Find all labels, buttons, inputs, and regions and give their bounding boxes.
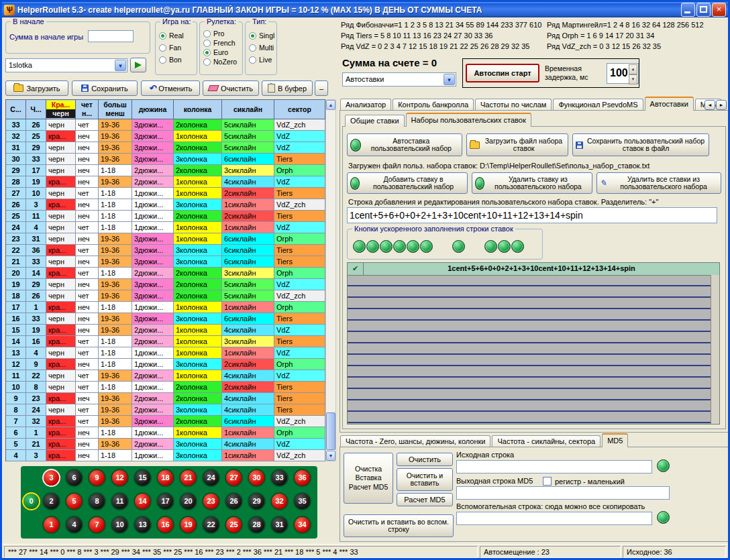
table-row[interactable]: 2236кра...чет19-363дюжи...3колонка6сикла… bbox=[6, 245, 325, 256]
tab-1[interactable]: Анализатор bbox=[340, 99, 391, 111]
column-header[interactable]: сиклайн bbox=[222, 100, 274, 119]
to-buffer-button[interactable]: В буфер bbox=[262, 80, 313, 96]
freq-tab-3[interactable]: MD5 bbox=[602, 433, 628, 447]
column-header[interactable]: С... bbox=[6, 100, 26, 119]
roulette-number-36[interactable]: 36 bbox=[293, 469, 311, 487]
bet-list-row[interactable] bbox=[348, 366, 711, 378]
column-header[interactable]: Кра...черн bbox=[46, 100, 76, 119]
roulette-number-16[interactable]: 16 bbox=[156, 516, 174, 534]
subtab-1[interactable]: Общие ставки bbox=[345, 115, 405, 127]
chevron-down-icon[interactable]: ▼ bbox=[115, 60, 126, 71]
md5-clear-button[interactable]: Очистить bbox=[397, 453, 453, 466]
table-row[interactable]: 1929черннеч19-363дюжи...2колонка5сиклайн… bbox=[6, 279, 325, 290]
coin-button[interactable] bbox=[366, 240, 379, 253]
radio-multi[interactable]: Multi bbox=[249, 44, 276, 52]
bet-string-input[interactable] bbox=[347, 207, 717, 223]
table-row[interactable]: 3129черннеч19-363дюжи...2колонка5сиклайн… bbox=[6, 142, 325, 154]
table-row[interactable]: 2014кра...чет1-182дюжи...2колонка3сиклай… bbox=[6, 268, 325, 279]
minus-button[interactable]: – bbox=[315, 80, 328, 96]
radio-pro[interactable]: Pro bbox=[203, 30, 242, 38]
roulette-number-5[interactable]: 5 bbox=[65, 492, 83, 510]
radio-real[interactable]: Real bbox=[159, 32, 197, 40]
radio-nozero[interactable]: NoZero bbox=[203, 58, 242, 66]
table-row[interactable]: 1416кра...чет1-182дюжи...1колонка3сиклай… bbox=[6, 336, 325, 347]
radio-singl[interactable]: Singl bbox=[249, 32, 276, 40]
table-row[interactable]: 824чернчет19-362дюжи...3колонка4сиклайнT… bbox=[6, 404, 325, 416]
column-header[interactable]: четн... bbox=[76, 100, 99, 119]
table-row[interactable]: 1826чернчет19-363дюжи...2колонка5сиклайн… bbox=[6, 290, 325, 302]
spin-up-icon[interactable]: ▲ bbox=[629, 64, 637, 74]
autobet-user-set-button[interactable]: Автоставка пользовательский набор bbox=[347, 133, 462, 156]
delete-bet-button[interactable]: Удалить ставку из пользовательского набо… bbox=[472, 172, 592, 194]
roulette-number-2[interactable]: 2 bbox=[42, 492, 60, 510]
coin-button[interactable] bbox=[407, 240, 419, 253]
roulette-number-25[interactable]: 25 bbox=[225, 516, 243, 534]
scrollbar-thumb[interactable] bbox=[326, 412, 335, 450]
radio-fan[interactable]: Fan bbox=[159, 44, 197, 52]
table-row[interactable]: 521кра...неч19-362дюжи...3колонка4сиклай… bbox=[6, 439, 325, 450]
roulette-number-7[interactable]: 7 bbox=[88, 516, 106, 534]
md5-clear-paste-calc-button[interactable]: Очистка Вставка Расчет MD5 bbox=[344, 453, 393, 504]
scroll-up-icon[interactable]: ▲ bbox=[326, 100, 335, 110]
column-header[interactable]: дюжина bbox=[132, 100, 174, 119]
autobets-select[interactable]: Автоставки ▼ bbox=[342, 72, 456, 87]
roulette-number-26[interactable]: 26 bbox=[225, 492, 243, 510]
roulette-number-35[interactable]: 35 bbox=[293, 492, 311, 510]
roulette-number-29[interactable]: 29 bbox=[248, 492, 266, 510]
table-row[interactable]: 2133черннеч19-363дюжи...3колонка6сиклайн… bbox=[6, 256, 325, 268]
coin-button[interactable] bbox=[380, 240, 393, 253]
column-header[interactable]: сектор bbox=[274, 100, 325, 119]
radio-bon[interactable]: Bon bbox=[159, 56, 197, 64]
roulette-number-17[interactable]: 17 bbox=[156, 492, 174, 510]
roulette-number-0[interactable]: 0 bbox=[22, 492, 40, 510]
table-scrollbar[interactable]: ▲ ▼ bbox=[325, 99, 336, 461]
table-row[interactable]: 43кра...неч1-181дюжи...3колонка1сиклайнV… bbox=[6, 450, 325, 461]
start-sum-input[interactable] bbox=[88, 30, 134, 42]
table-row[interactable]: 61кра...неч1-181дюжи...1колонка1сиклайнO… bbox=[6, 427, 325, 439]
roulette-number-28[interactable]: 28 bbox=[248, 516, 266, 534]
table-row[interactable]: 1122чернчет19-362дюжи...1колонка4сиклайн… bbox=[6, 370, 325, 382]
roulette-number-4[interactable]: 4 bbox=[65, 516, 83, 534]
tab-scroll-left-button[interactable]: ◄ bbox=[705, 100, 715, 110]
roulette-number-23[interactable]: 23 bbox=[202, 492, 220, 510]
freq-tab-1[interactable]: Частота - Zero, шансы, дюжины, колонки bbox=[340, 435, 490, 447]
roulette-number-8[interactable]: 8 bbox=[88, 492, 106, 510]
play-button[interactable] bbox=[130, 58, 146, 72]
bet-list-scrollbar[interactable] bbox=[711, 275, 719, 424]
lowercase-checkbox[interactable] bbox=[543, 477, 552, 486]
roulette-number-10[interactable]: 10 bbox=[111, 516, 129, 534]
table-row[interactable]: 2331черннеч19-363дюжи...1колонка6сиклайн… bbox=[6, 233, 325, 245]
coin-button[interactable] bbox=[657, 459, 670, 472]
bet-list-row[interactable] bbox=[348, 343, 711, 355]
close-button[interactable]: × bbox=[712, 3, 726, 17]
md5-output-input[interactable] bbox=[456, 486, 670, 500]
table-row[interactable]: 2710чернчет1-181дюжи...1колонка2сиклайнT… bbox=[6, 188, 325, 199]
spin-down-icon[interactable]: ▼ bbox=[629, 74, 637, 85]
freq-tab-2[interactable]: Частота - сиклайны, сектора bbox=[492, 435, 601, 447]
coin-button[interactable] bbox=[511, 240, 524, 253]
bet-list-row[interactable] bbox=[348, 286, 711, 298]
column-header[interactable]: колонка bbox=[174, 100, 222, 119]
table-row[interactable]: 923кра...неч19-362дюжи...2колонка4сиклай… bbox=[6, 393, 325, 404]
maximize-button[interactable] bbox=[696, 3, 711, 17]
roulette-number-9[interactable]: 9 bbox=[88, 469, 106, 487]
bet-list-row[interactable] bbox=[348, 332, 711, 343]
roulette-number-33[interactable]: 33 bbox=[270, 469, 289, 487]
roulette-number-31[interactable]: 31 bbox=[270, 516, 289, 534]
title-bar[interactable]: Ѱ HelperRoullet 5.3- create helperroulle… bbox=[2, 2, 728, 17]
delete-all-bets-button[interactable]: ✎Удалить все ставки из пользовательского… bbox=[596, 172, 721, 194]
chevron-down-icon[interactable]: ▼ bbox=[444, 74, 455, 85]
tab-4[interactable]: Функционал PsevdoMS bbox=[553, 99, 643, 111]
roulette-number-22[interactable]: 22 bbox=[202, 516, 220, 534]
save-button[interactable]: Сохранить bbox=[72, 80, 138, 96]
table-row[interactable]: 3033черннеч19-363дюжи...3колонка6сиклайн… bbox=[6, 154, 325, 165]
coin-button[interactable] bbox=[484, 240, 497, 253]
roulette-number-24[interactable]: 24 bbox=[202, 469, 220, 487]
table-row[interactable]: 134чернчет1-181дюжи...1колонка1сиклайнVd… bbox=[6, 347, 325, 359]
roulette-number-27[interactable]: 27 bbox=[225, 469, 243, 487]
bet-list-row[interactable] bbox=[348, 309, 711, 321]
coin-button[interactable] bbox=[452, 240, 465, 253]
roulette-number-12[interactable]: 12 bbox=[111, 469, 129, 487]
roulette-number-32[interactable]: 32 bbox=[270, 492, 289, 510]
bet-list-row[interactable] bbox=[348, 412, 711, 423]
